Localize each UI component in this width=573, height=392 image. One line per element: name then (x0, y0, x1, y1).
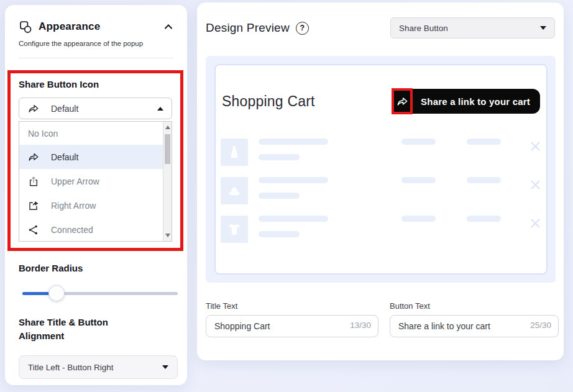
appearance-header: Appearance (5, 5, 187, 34)
dress-icon (226, 144, 242, 160)
scrollbar-thumb[interactable] (165, 134, 170, 164)
close-icon (529, 179, 541, 191)
skeleton-qty-bar (467, 216, 501, 222)
skeleton-price-bar (401, 216, 436, 222)
title-text-counter: 13/30 (350, 321, 371, 330)
icon-select[interactable]: Default (19, 98, 172, 119)
divider (19, 58, 173, 58)
skeleton-name-bar (259, 216, 328, 222)
skeleton-name-bar (259, 177, 328, 183)
list-item (221, 177, 541, 204)
caret-down-icon (540, 26, 546, 30)
option-connected[interactable]: Connected (19, 217, 172, 242)
item-thumbnail (221, 139, 248, 166)
share-nodes-icon (27, 224, 41, 236)
title-text-label: Title Text (206, 301, 237, 311)
skeleton-qty-bar (467, 177, 501, 183)
export-square-icon (27, 199, 41, 212)
shapes-icon (19, 20, 32, 34)
share-button-icon-heading: Share Button Icon (19, 79, 172, 89)
preview-share-button: Share a link to your cart (396, 89, 540, 114)
skeleton-name-bar (259, 139, 328, 145)
button-text-label: Button Text (390, 301, 430, 311)
appearance-panel: Appearance Configure the appearance of t… (5, 5, 187, 385)
question-circle-icon[interactable]: ? (296, 22, 309, 35)
close-icon (529, 217, 541, 229)
preview-item-list (221, 139, 541, 254)
chevron-up-icon[interactable] (163, 23, 173, 30)
skeleton-sub-bar (259, 154, 300, 160)
border-radius-heading: Border Radius (19, 263, 83, 273)
tshirt-icon (226, 221, 242, 237)
skeleton-price-bar (401, 177, 436, 183)
option-default[interactable]: Default (19, 145, 172, 169)
upload-box-icon (27, 175, 41, 188)
skeleton-qty-bar (467, 139, 501, 145)
slider-thumb[interactable] (48, 285, 65, 301)
skeleton-sub-bar (259, 193, 300, 199)
hat-icon (226, 183, 242, 199)
option-list-scrollbar[interactable] (163, 122, 172, 241)
alignment-heading: Share Title & Button Alignment (19, 316, 137, 343)
caret-down-icon (162, 365, 168, 369)
option-no-icon[interactable]: No Icon (19, 122, 172, 145)
panel-subtitle: Configure the appearance of the popup (5, 34, 187, 47)
alignment-select[interactable]: Title Left - Button Right (19, 355, 178, 379)
option-upper-arrow[interactable]: Upper Arrow (19, 169, 172, 193)
preview-type-value: Share Button (399, 24, 448, 33)
button-text-counter: 25/30 (530, 321, 551, 330)
icon-select-value: Default (51, 104, 78, 114)
scroll-up-icon[interactable] (165, 125, 170, 129)
share-forward-icon (27, 151, 41, 163)
item-thumbnail (221, 177, 248, 204)
design-preview-title: Design Preview (206, 21, 290, 35)
close-icon (529, 140, 541, 152)
design-preview-panel: Design Preview ? Share Button Shopping C… (197, 2, 564, 360)
share-button-icon-highlight: Share Button Icon Default No Icon Defaul… (7, 70, 183, 251)
preview-share-button-label: Share a link to your cart (421, 96, 530, 107)
preview-panel: Shopping Cart Share a link to your cart (206, 56, 556, 283)
item-thumbnail (221, 216, 248, 243)
caret-up-icon (157, 107, 163, 111)
list-item (221, 216, 541, 243)
alignment-select-value: Title Left - Button Right (28, 363, 114, 372)
skeleton-sub-bar (259, 231, 300, 237)
share-icon-highlight (392, 88, 413, 114)
cart-title: Shopping Cart (222, 93, 315, 110)
list-item (221, 139, 541, 166)
preview-popup-card: Shopping Cart Share a link to your cart (214, 64, 548, 275)
skeleton-price-bar (401, 139, 436, 145)
icon-option-list: No Icon Default Upper Arrow (19, 121, 172, 242)
panel-title: Appearance (39, 21, 100, 33)
preview-type-select[interactable]: Share Button (390, 17, 555, 39)
border-radius-slider[interactable] (22, 288, 178, 299)
share-forward-icon (396, 95, 409, 108)
option-right-arrow[interactable]: Right Arrow (19, 193, 172, 217)
share-forward-icon (27, 103, 41, 115)
scroll-down-icon[interactable] (165, 234, 170, 237)
